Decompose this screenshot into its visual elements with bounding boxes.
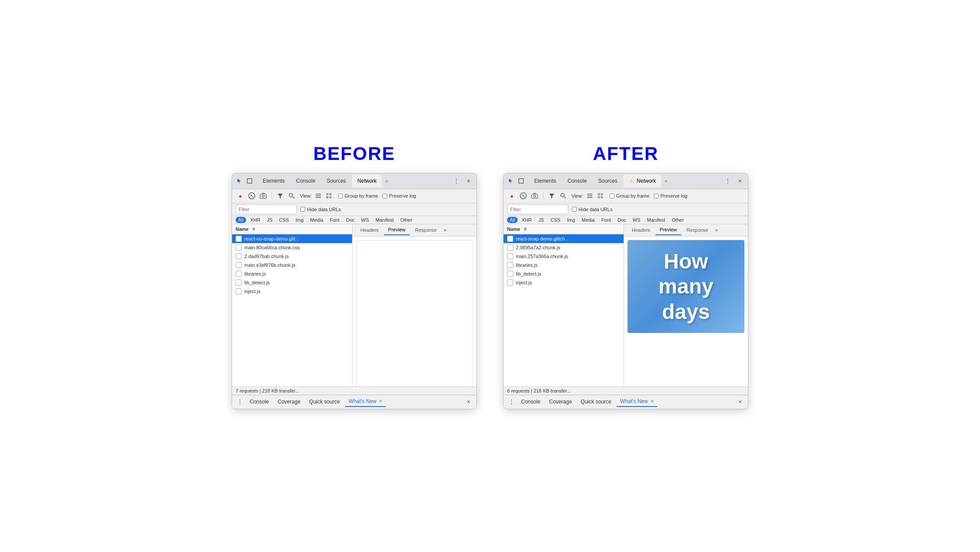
after-res-media[interactable]: Media <box>579 217 597 223</box>
group-by-frame-label[interactable]: Group by frame <box>338 193 378 198</box>
filter-input[interactable] <box>236 205 297 214</box>
close-panel-icon-after[interactable]: × <box>524 226 527 232</box>
grid-view-icon[interactable] <box>324 191 334 201</box>
after-file-item-2[interactable]: main.257a366a.chunk.js <box>504 252 624 261</box>
after-drawer-tab-whatsnew[interactable]: What's New × <box>617 396 657 407</box>
group-by-frame-checkbox[interactable] <box>338 194 343 198</box>
res-media[interactable]: Media <box>307 217 326 223</box>
tab-sources[interactable]: Sources <box>321 175 351 187</box>
stop-icon[interactable] <box>247 191 257 201</box>
tab-elements-after[interactable]: Elements <box>529 175 561 187</box>
after-res-js[interactable]: JS <box>536 217 546 223</box>
res-manifest[interactable]: Manifest <box>373 217 397 223</box>
cursor-icon-after[interactable] <box>507 177 514 184</box>
preserve-log-checkbox-after[interactable] <box>654 194 659 198</box>
after-drawer-close-btn[interactable]: × <box>736 397 744 406</box>
after-file-item-1[interactable]: 2.9895a7a2.chunk.js <box>504 243 624 252</box>
preview-tab-more[interactable]: » <box>444 227 446 233</box>
tab-more-after[interactable]: » <box>662 178 670 184</box>
preview-tab-response[interactable]: Response <box>411 225 441 235</box>
file-item-3[interactable]: main.e3ef976b.chunk.js <box>232 261 352 269</box>
file-item-1[interactable]: main.80ca66ca.chunk.css <box>232 243 352 252</box>
drawer-menu-icon[interactable]: ⋮ <box>236 397 244 406</box>
drawer-close-icon[interactable]: × <box>379 398 382 404</box>
search-icon-after[interactable] <box>558 191 568 201</box>
file-item-0[interactable]: react-no-snap-demo.glit... <box>232 234 352 243</box>
close-devtools-icon[interactable]: × <box>464 177 473 185</box>
tab-network-after[interactable]: ⚠ Network <box>624 175 661 187</box>
res-other[interactable]: Other <box>398 217 415 223</box>
tab-console-after[interactable]: Console <box>562 175 592 187</box>
hide-data-urls-label-after[interactable]: Hide data URLs <box>572 207 613 212</box>
after-preview-tab-response[interactable]: Response <box>682 225 713 235</box>
tab-elements[interactable]: Elements <box>257 175 290 187</box>
after-drawer-close-icon[interactable]: × <box>651 398 654 404</box>
group-by-frame-label-after[interactable]: Group by frame <box>610 193 649 198</box>
record-icon-after[interactable]: ● <box>507 191 517 201</box>
more-options-icon-after[interactable]: ⋮ <box>723 177 732 185</box>
after-file-item-4[interactable]: lib_detect.js <box>504 269 624 278</box>
drawer-menu-icon-after[interactable]: ⋮ <box>507 397 516 406</box>
list-view-icon[interactable] <box>314 191 323 201</box>
res-xhr[interactable]: XHR <box>247 217 263 223</box>
after-file-item-5[interactable]: inject.js <box>504 278 624 287</box>
res-doc[interactable]: Doc <box>343 217 357 223</box>
after-preview-tab-more[interactable]: » <box>715 227 718 233</box>
filter-input-after[interactable] <box>507 205 568 214</box>
grid-view-icon-after[interactable] <box>596 191 605 201</box>
hide-data-urls-checkbox-after[interactable] <box>572 207 577 212</box>
box-icon-after[interactable] <box>518 177 525 184</box>
file-item-2[interactable]: 2.dad97bab.chunk.js <box>232 252 352 261</box>
after-res-xhr[interactable]: XHR <box>519 217 534 223</box>
after-res-ws[interactable]: WS <box>630 217 643 223</box>
list-view-icon-after[interactable] <box>585 191 595 201</box>
file-item-5[interactable]: lib_detect.js <box>232 278 352 287</box>
group-by-frame-checkbox-after[interactable] <box>610 194 614 198</box>
res-img[interactable]: Img <box>293 217 306 223</box>
after-res-img[interactable]: Img <box>564 217 578 223</box>
res-js[interactable]: JS <box>264 217 275 223</box>
record-icon[interactable]: ● <box>236 191 245 201</box>
drawer-tab-quicksource[interactable]: Quick source <box>306 396 343 407</box>
drawer-tab-coverage[interactable]: Coverage <box>274 396 304 407</box>
file-item-6[interactable]: inject.js <box>232 287 352 296</box>
hide-data-urls-label[interactable]: Hide data URLs <box>300 207 341 212</box>
search-icon[interactable] <box>287 191 296 201</box>
after-res-manifest[interactable]: Manifest <box>645 217 668 223</box>
drawer-close-btn[interactable]: × <box>464 397 473 406</box>
filter-icon[interactable] <box>275 191 285 201</box>
camera-icon[interactable] <box>258 191 268 201</box>
camera-icon-after[interactable] <box>530 191 539 201</box>
after-file-item-0[interactable]: react-snap-demo.glitch... <box>504 234 624 243</box>
after-res-font[interactable]: Font <box>599 217 613 223</box>
res-all[interactable]: All <box>236 217 246 223</box>
filter-icon-after[interactable] <box>547 191 557 201</box>
after-res-doc[interactable]: Doc <box>615 217 629 223</box>
drawer-tab-whatsnew[interactable]: What's New × <box>345 396 386 407</box>
hide-data-urls-checkbox[interactable] <box>300 207 305 212</box>
after-preview-tab-preview[interactable]: Preview <box>656 225 681 235</box>
preserve-log-checkbox[interactable] <box>382 194 387 198</box>
box-icon[interactable] <box>246 177 253 184</box>
tab-network-before[interactable]: Network <box>352 175 382 187</box>
after-drawer-tab-quicksource[interactable]: Quick source <box>577 396 615 407</box>
preview-tab-headers[interactable]: Headers <box>356 225 383 235</box>
after-drawer-tab-console[interactable]: Console <box>518 396 544 407</box>
drawer-tab-console[interactable]: Console <box>246 396 272 407</box>
after-res-css[interactable]: CSS <box>548 217 563 223</box>
preserve-log-label-after[interactable]: Preserve log <box>654 193 687 198</box>
stop-icon-after[interactable] <box>518 191 528 201</box>
res-css[interactable]: CSS <box>276 217 292 223</box>
more-options-icon[interactable]: ⋮ <box>452 177 461 185</box>
file-item-4[interactable]: libraries.js <box>232 269 352 278</box>
preview-tab-preview[interactable]: Preview <box>384 225 410 235</box>
tab-more-before[interactable]: » <box>383 178 391 184</box>
preserve-log-label[interactable]: Preserve log <box>382 193 416 198</box>
res-font[interactable]: Font <box>327 217 342 223</box>
after-drawer-tab-coverage[interactable]: Coverage <box>546 396 575 407</box>
after-preview-tab-headers[interactable]: Headers <box>627 225 655 235</box>
close-panel-icon[interactable]: × <box>252 226 255 232</box>
res-ws[interactable]: WS <box>359 217 372 223</box>
after-res-other[interactable]: Other <box>669 217 687 223</box>
close-devtools-icon-after[interactable]: × <box>736 177 744 185</box>
